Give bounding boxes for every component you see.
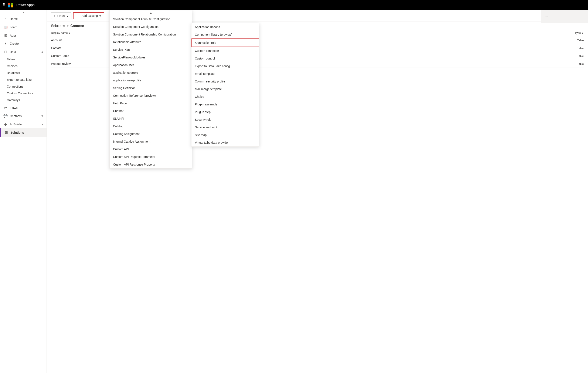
sidebar-item-learn[interactable]: 📖 Learn [0,23,47,31]
dropdown1-item[interactable]: Chatbot [110,107,192,115]
sidebar-item-export-label: Export to data lake [7,78,32,81]
dropdown2-item[interactable]: Security role [191,116,259,124]
column-sort-icon: ∨ [69,31,71,34]
sidebar-item-choices[interactable]: Choices [0,63,47,70]
sidebar-item-solutions[interactable]: ⊡ Solutions [0,128,47,137]
dropdown-middle: ▲ Solution Component Attribute Configura… [109,10,192,169]
dropdown2-item[interactable]: Virtual talbe data provider [191,139,259,146]
sidebar-item-custom-connectors[interactable]: Custom Connectors [0,90,47,97]
dropdown1-item[interactable]: Solution Component Attribute Configurati… [110,15,192,23]
chatbots-chevron: ∨ [41,115,43,117]
new-button-chevron: ∨ [66,14,69,17]
dropdown1-item[interactable]: ApplicationUser [110,61,192,69]
dropdown1-item[interactable]: Service Plan [110,46,192,53]
sidebar-item-chatbots[interactable]: 💬 Chatbots ∨ [0,112,47,120]
apps-icon: ⊞ [3,33,8,37]
sidebar-item-data[interactable]: ⊟ Data ∧ [0,48,47,56]
home-icon: ⌂ [3,17,8,21]
dropdown1-item[interactable]: Setting Definition [110,84,192,92]
sidebar-item-choices-label: Choices [7,64,18,68]
breadcrumb-solutions[interactable]: Solutions [51,24,65,28]
dropdown1-item[interactable]: ServicePlanAppModules [110,53,192,61]
sidebar-item-home-label: Home [10,17,18,21]
sidebar-item-tables[interactable]: Tables [0,56,47,63]
more-icon[interactable]: ··· [545,14,548,19]
dropdown2-item[interactable]: Site map [191,131,259,139]
sidebar-item-dataflows-label: Dataflows [7,71,20,75]
add-existing-label: + Add existing [79,14,98,17]
dropdown2-item[interactable]: Column security profile [191,78,259,85]
data-icon: ⊟ [3,50,8,54]
layout: ▲ ⌂ Home 📖 Learn ⊞ Apps + Create ⊟ Data … [0,10,588,373]
waffle-icon[interactable]: ⠿ [2,2,6,8]
sidebar-item-flows[interactable]: ⇄ Flows [0,104,47,112]
column-display-name[interactable]: Display name ∨ [51,31,115,34]
create-icon: + [3,42,8,45]
add-existing-button[interactable]: + + Add existing ∨ [73,12,104,19]
dropdown2-item[interactable]: Email template [191,70,259,78]
dropdown1-item[interactable]: Custom API Request Parameter [110,153,192,161]
dropdown1-item[interactable]: Custom API [110,145,192,153]
row-name-product-review: Product review [51,62,115,65]
row-name-account: Account [51,38,115,42]
ai-builder-icon: ◆ [3,122,8,126]
dropdown2-item[interactable]: Plug-in assembly [191,101,259,108]
sidebar-item-create-label: Create [10,42,19,45]
dropdown1-item[interactable]: SLA KPI [110,115,192,122]
sidebar-item-apps-label: Apps [10,34,17,37]
sidebar-item-gateways-label: Gateways [7,98,20,102]
add-existing-chevron: ∨ [99,14,101,17]
sidebar-item-dataflows[interactable]: Dataflows [0,70,47,76]
dropdown2-items: Application ribbonsComponent library (pr… [191,23,259,146]
app-title: Power Apps [16,3,34,7]
dropdown1-item[interactable]: Internal Catalog Assignment [110,138,192,145]
dropdown1-item[interactable]: applicationuserrole [110,69,192,76]
dropdown1-item[interactable]: Help Page [110,99,192,107]
new-button-icon: + [54,14,55,17]
sidebar-scroll-up[interactable]: ▲ [0,10,47,15]
dropdown1-item[interactable]: applicationuserprofile [110,76,192,84]
scroll-up-indicator: ▲ [110,11,192,15]
sidebar-item-data-label: Data [10,50,16,53]
dropdown2-item[interactable]: Application ribbons [191,23,259,31]
breadcrumb-separator: > [67,24,69,28]
row-type-contact: Table [577,47,584,50]
learn-icon: 📖 [3,25,8,29]
dropdown1-item[interactable]: Relationship Attribute [110,38,192,46]
dropdown1-item[interactable]: Catalog [110,122,192,130]
sidebar-item-ai-builder[interactable]: ◆ AI Builder ∨ [0,120,47,128]
sidebar-item-create[interactable]: + Create [0,40,47,48]
dropdown2-item[interactable]: Connection role [191,38,259,47]
add-existing-icon: + [76,14,78,17]
dropdown2-item[interactable]: Choice [191,93,259,101]
ai-builder-chevron: ∨ [41,123,43,126]
sidebar-item-export-data-lake[interactable]: Export to data lake [0,76,47,83]
dropdown1-item[interactable]: Solution Component Configuration [110,23,192,31]
new-button[interactable]: + + New ∨ [51,12,71,19]
flows-icon: ⇄ [3,106,8,110]
dropdown2-item[interactable]: Plug-in step [191,108,259,116]
sidebar-item-apps[interactable]: ⊞ Apps [0,31,47,40]
row-type-product-review: Table [577,62,584,65]
column-type[interactable]: Type ∨ [575,31,584,34]
sidebar-item-gateways[interactable]: Gateways [0,97,47,104]
dropdown2-item[interactable]: Export to Data Lake config [191,62,259,70]
dropdown2-item[interactable]: Mail merge template [191,85,259,93]
dropdown1-item[interactable]: Catalog Assignment [110,130,192,138]
dropdown2-item[interactable]: Component library (preview) [191,31,259,38]
dropdown2-item[interactable]: Custom connector [191,47,259,55]
dropdown2-item[interactable]: Custom control [191,55,259,62]
right-panel: ··· [541,10,588,23]
sidebar-item-home[interactable]: ⌂ Home [0,15,47,23]
column-type-sort-icon: ∨ [582,31,584,34]
dropdown1-item[interactable]: Solution Component Relationship Configur… [110,31,192,38]
sidebar-item-connections[interactable]: Connections [0,83,47,90]
sidebar-item-custom-connectors-label: Custom Connectors [7,92,33,95]
dropdown2-item[interactable]: Service endpoint [191,124,259,131]
sidebar-item-chatbots-label: Chatbots [10,114,22,118]
dropdown1-item[interactable]: Custom API Response Property [110,161,192,168]
column-type-label: Type [575,31,581,34]
dropdown1-item[interactable]: Connection Reference (preview) [110,92,192,99]
new-button-label: + New [57,14,65,17]
chatbots-icon: 💬 [3,114,8,118]
